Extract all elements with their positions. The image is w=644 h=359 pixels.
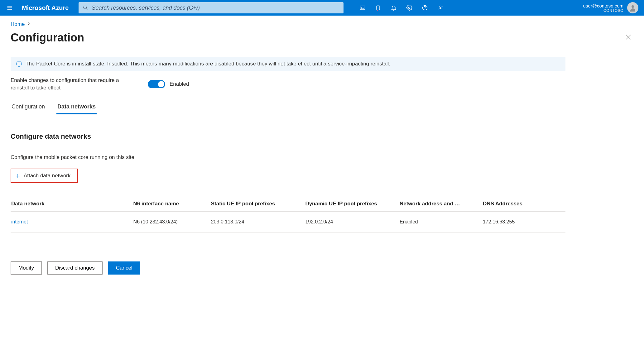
modify-button[interactable]: Modify (11, 261, 42, 275)
cell-static-ue-ip: 203.0.113.0/24 (210, 212, 305, 232)
account-email: user@contoso.com (583, 3, 623, 8)
account-org: CONTOSO (583, 8, 623, 13)
enable-changes-label: Enable changes to configuration that req… (11, 77, 148, 92)
enable-changes-toggle[interactable] (148, 80, 165, 88)
col-n6-interface[interactable]: N6 interface name (133, 196, 210, 212)
data-networks-table: Data network N6 interface name Static UE… (11, 196, 565, 232)
search-container: Search resources, services, and docs (G+… (79, 2, 344, 13)
table-row[interactable]: internet N6 (10.232.43.0/24) 203.0.113.0… (11, 212, 565, 232)
title-row: Configuration ··· (11, 31, 636, 44)
plus-icon: ＋ (14, 172, 21, 179)
svg-point-3 (84, 6, 86, 9)
info-banner: i The Packet Core is in install state: I… (11, 57, 565, 71)
cell-n6-interface: N6 (10.232.43.0/24) (133, 212, 210, 232)
avatar-icon (627, 2, 638, 13)
enable-changes-row: Enable changes to configuration that req… (11, 77, 565, 92)
azure-top-bar: Microsoft Azure Search resources, servic… (0, 0, 644, 16)
top-icon-bar (355, 0, 448, 16)
close-blade-button[interactable] (623, 32, 634, 44)
svg-point-12 (440, 6, 441, 7)
account-menu[interactable]: user@contoso.com CONTOSO (583, 2, 641, 13)
info-icon: i (16, 61, 22, 67)
cell-dynamic-ue-ip: 192.0.2.0/24 (305, 212, 399, 232)
global-search-input[interactable]: Search resources, services, and docs (G+… (79, 2, 344, 13)
feedback-icon[interactable] (433, 0, 448, 16)
col-data-network[interactable]: Data network (11, 196, 133, 212)
attach-data-network-button[interactable]: ＋ Attach data network (11, 169, 78, 183)
enable-changes-state: Enabled (170, 81, 189, 87)
svg-point-13 (632, 5, 634, 8)
more-actions-button[interactable]: ··· (90, 33, 101, 42)
page-title: Configuration (11, 31, 84, 44)
tab-configuration[interactable]: Configuration (11, 101, 46, 114)
brand-label[interactable]: Microsoft Azure (16, 4, 79, 12)
breadcrumb: Home (11, 21, 636, 27)
info-message: The Packet Core is in install state: Ins… (26, 61, 390, 67)
settings-icon[interactable] (401, 0, 417, 16)
cell-dns-addresses: 172.16.63.255 (482, 212, 565, 232)
cloud-shell-icon[interactable] (355, 0, 370, 16)
tab-bar: Configuration Data networks (11, 101, 565, 114)
copilot-icon[interactable] (370, 0, 386, 16)
hamburger-menu-button[interactable] (3, 0, 16, 16)
chevron-right-icon (27, 21, 30, 27)
col-static-ue-ip[interactable]: Static UE IP pool prefixes (210, 196, 305, 212)
cancel-button[interactable]: Cancel (108, 261, 140, 275)
svg-point-9 (409, 7, 410, 9)
tab-data-networks[interactable]: Data networks (56, 101, 97, 114)
account-texts: user@contoso.com CONTOSO (583, 3, 623, 13)
cell-data-network-name[interactable]: internet (11, 212, 133, 232)
section-heading: Configure data networks (11, 132, 565, 141)
svg-line-4 (86, 8, 87, 10)
attach-data-network-label: Attach data network (24, 173, 70, 179)
help-icon[interactable] (417, 0, 433, 16)
section-subtext: Configure the mobile packet core running… (11, 154, 565, 160)
col-dynamic-ue-ip[interactable]: Dynamic UE IP pool prefixes (305, 196, 399, 212)
breadcrumb-home-link[interactable]: Home (11, 21, 25, 27)
svg-rect-7 (377, 6, 380, 10)
data-networks-table-wrap: Data network N6 interface name Static UE… (11, 196, 565, 232)
notifications-icon[interactable] (386, 0, 401, 16)
footer-actions: Modify Discard changes Cancel (0, 255, 644, 281)
col-dns-addresses[interactable]: DNS Addresses (482, 196, 565, 212)
col-network-address[interactable]: Network address and … (399, 196, 482, 212)
svg-point-11 (425, 9, 425, 9)
search-placeholder: Search resources, services, and docs (G+… (92, 5, 200, 11)
cell-network-address: Enabled (399, 212, 482, 232)
discard-changes-button[interactable]: Discard changes (47, 261, 103, 275)
svg-rect-5 (360, 6, 365, 10)
page-content: Home Configuration ··· i The Packet Core… (0, 16, 644, 232)
